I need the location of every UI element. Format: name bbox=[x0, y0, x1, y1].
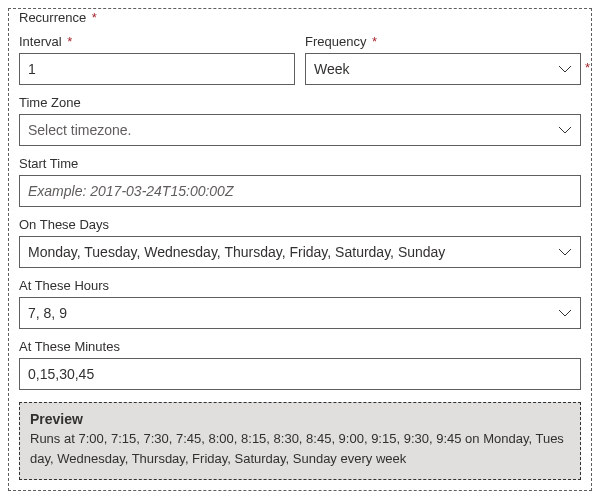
frequency-value: Week bbox=[314, 61, 550, 77]
days-select[interactable]: Monday, Tuesday, Wednesday, Thursday, Fr… bbox=[19, 236, 581, 268]
preview-text: Runs at 7:00, 7:15, 7:30, 7:45, 8:00, 8:… bbox=[30, 429, 570, 469]
days-field: On These Days Monday, Tuesday, Wednesday… bbox=[19, 217, 581, 268]
interval-label-text: Interval bbox=[19, 34, 62, 49]
frequency-field: Frequency * Week bbox=[305, 34, 581, 85]
interval-input[interactable] bbox=[19, 53, 295, 85]
hours-label: At These Hours bbox=[19, 278, 581, 293]
chevron-down-icon bbox=[558, 62, 572, 76]
frequency-select[interactable]: Week bbox=[305, 53, 581, 85]
required-marker-side: * bbox=[585, 60, 590, 75]
required-marker: * bbox=[92, 10, 97, 25]
preview-box: Preview Runs at 7:00, 7:15, 7:30, 7:45, … bbox=[19, 402, 581, 480]
frequency-label: Frequency * bbox=[305, 34, 581, 49]
interval-frequency-row: Interval * Frequency * Week * bbox=[19, 34, 581, 85]
timezone-placeholder: Select timezone. bbox=[28, 122, 550, 138]
timezone-label: Time Zone bbox=[19, 95, 581, 110]
minutes-input[interactable] bbox=[19, 358, 581, 390]
starttime-field: Start Time bbox=[19, 156, 581, 207]
days-value: Monday, Tuesday, Wednesday, Thursday, Fr… bbox=[28, 244, 550, 260]
timezone-field: Time Zone Select timezone. bbox=[19, 95, 581, 146]
panel-title: Recurrence * bbox=[19, 10, 99, 25]
minutes-label: At These Minutes bbox=[19, 339, 581, 354]
hours-value: 7, 8, 9 bbox=[28, 305, 550, 321]
minutes-field: At These Minutes bbox=[19, 339, 581, 390]
interval-field: Interval * bbox=[19, 34, 295, 85]
required-marker: * bbox=[67, 34, 72, 49]
hours-select[interactable]: 7, 8, 9 bbox=[19, 297, 581, 329]
recurrence-panel: Recurrence * Interval * Frequency * Week… bbox=[8, 8, 592, 491]
required-marker: * bbox=[372, 34, 377, 49]
chevron-down-icon bbox=[558, 306, 572, 320]
starttime-label: Start Time bbox=[19, 156, 581, 171]
panel-title-text: Recurrence bbox=[19, 10, 86, 25]
hours-field: At These Hours 7, 8, 9 bbox=[19, 278, 581, 329]
starttime-input[interactable] bbox=[19, 175, 581, 207]
days-label: On These Days bbox=[19, 217, 581, 232]
chevron-down-icon bbox=[558, 123, 572, 137]
chevron-down-icon bbox=[558, 245, 572, 259]
frequency-label-text: Frequency bbox=[305, 34, 366, 49]
interval-label: Interval * bbox=[19, 34, 295, 49]
preview-title: Preview bbox=[30, 411, 570, 427]
timezone-select[interactable]: Select timezone. bbox=[19, 114, 581, 146]
